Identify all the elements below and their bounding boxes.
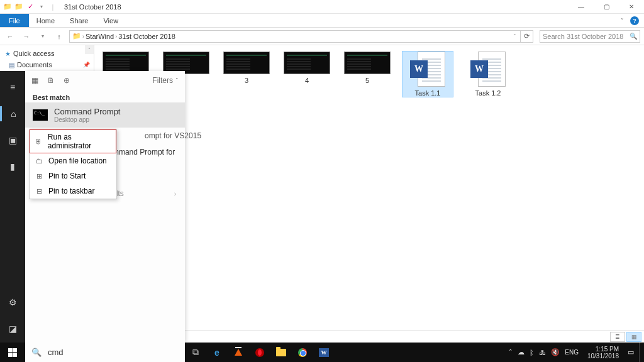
filters-label: Filters — [152, 76, 173, 85]
edge-icon[interactable]: e — [206, 343, 228, 362]
recent-locations[interactable]: ▾ — [36, 33, 49, 39]
chevron-right-icon: › — [115, 33, 117, 40]
document-icon: ▤ — [9, 62, 14, 69]
forward-button[interactable]: → — [20, 33, 33, 40]
bluetooth-icon[interactable]: ᛒ — [530, 349, 534, 356]
filters-dropdown[interactable]: Filters ˅ — [152, 76, 179, 85]
search-filter-bar: ▦ 🗎 ⊕ Filters ˅ — [25, 71, 185, 90]
apps-icon[interactable]: ▣ — [0, 133, 25, 148]
folder-icon: 📁 — [72, 32, 81, 40]
view-details-button[interactable]: ≣ — [610, 332, 625, 342]
start-search-panel: ▦ 🗎 ⊕ Filters ˅ Best match C:\_ Command … — [25, 71, 185, 343]
nav-label: Quick access — [13, 50, 54, 57]
volume-icon[interactable]: 🔇 — [551, 348, 560, 356]
breadcrumb[interactable]: 📁 › StarWind › 31st October 2018 ˅ — [69, 30, 521, 43]
onedrive-icon[interactable]: ☁ — [518, 348, 525, 356]
nav-label: Documents — [17, 61, 52, 69]
pin-icon: 📌 — [83, 62, 90, 68]
apps-filter-icon[interactable]: ▦ — [31, 76, 38, 85]
network-icon[interactable]: 🖧 — [539, 349, 546, 356]
file-item[interactable]: 4 — [282, 52, 332, 84]
file-label: 4 — [305, 77, 309, 84]
opera-icon[interactable] — [249, 343, 270, 362]
quick-access-toolbar: 📁 📁 ✓ ▾ | — [0, 2, 60, 12]
file-label: Task 1.2 — [475, 89, 501, 97]
context-menu-item[interactable]: ⊞Pin to Start — [30, 168, 116, 184]
system-tray: ˄ ☁ ᛒ 🖧 🔇 ENG 1:15 PM 10/31/2018 ▭ — [508, 343, 644, 362]
tab-home[interactable]: Home — [29, 14, 62, 27]
result-title: Command Prompt — [54, 107, 120, 116]
breadcrumb-item[interactable]: 31st October 2018 — [118, 33, 175, 40]
help-icon[interactable]: ? — [630, 16, 639, 25]
context-menu: ⛨Run as administrator🗀Open file location… — [29, 129, 117, 199]
star-icon: ★ — [5, 50, 11, 57]
file-label: Task 1.1 — [415, 89, 441, 97]
hamburger-icon[interactable]: ≡ — [0, 80, 25, 95]
context-menu-item[interactable]: ⛨Run as administrator — [30, 129, 116, 153]
file-item[interactable]: WTask 1.1 — [402, 52, 453, 97]
up-button[interactable]: ↑ — [53, 33, 65, 40]
chevron-down-icon: ˅ — [175, 77, 179, 84]
clock[interactable]: 1:15 PM 10/31/2018 — [584, 346, 623, 359]
word-icon[interactable]: W — [313, 343, 335, 362]
feedback-icon[interactable]: ◪ — [0, 321, 25, 336]
action-center-icon[interactable]: ▭ — [628, 348, 634, 356]
refresh-button[interactable]: ⟳ — [521, 30, 533, 43]
context-menu-label: Pin to taskbar — [48, 187, 94, 195]
search-icon: 🔍 — [31, 348, 42, 357]
nav-documents[interactable]: ▤ Documents 📌 — [0, 59, 94, 70]
language-indicator[interactable]: ENG — [565, 349, 579, 356]
settings-icon[interactable]: ⚙ — [0, 295, 25, 310]
context-menu-label: Open file location — [48, 156, 107, 165]
navigation-bar: ← → ▾ ↑ 📁 › StarWind › 31st October 2018… — [0, 28, 644, 45]
result-subtitle: Desktop app — [54, 116, 120, 123]
folder-icon: 📁 — [3, 2, 13, 12]
search-result-command-prompt[interactable]: C:\_ Command Prompt Desktop app — [25, 102, 185, 128]
tab-file[interactable]: File — [0, 14, 29, 27]
start-button[interactable] — [0, 343, 25, 362]
view-large-icons-button[interactable]: ▦ — [626, 332, 641, 342]
maximize-button[interactable]: ▢ — [594, 0, 619, 14]
back-button[interactable]: ← — [4, 33, 16, 40]
screenshot-thumbnail — [223, 52, 270, 74]
chevron-down-icon[interactable]: ˅ — [513, 33, 518, 40]
qat-button[interactable]: ✓ — [25, 2, 35, 12]
file-explorer-icon[interactable] — [270, 343, 292, 362]
tab-share[interactable]: Share — [62, 14, 96, 27]
vlc-icon[interactable] — [228, 343, 249, 362]
file-item[interactable]: 3 — [221, 52, 272, 84]
tab-view[interactable]: View — [96, 14, 126, 27]
tray-overflow-icon[interactable]: ˄ — [509, 348, 513, 356]
context-menu-item[interactable]: ⊟Pin to taskbar — [30, 184, 116, 199]
file-item[interactable]: 5 — [342, 52, 392, 84]
context-menu-item[interactable]: 🗀Open file location — [30, 153, 116, 168]
task-view-button[interactable]: ⧉ — [185, 343, 206, 362]
qat-overflow[interactable]: ▾ — [36, 2, 47, 12]
taskbar-search-input[interactable]: 🔍 cmd — [25, 343, 185, 362]
home-icon[interactable]: ⌂ — [0, 106, 25, 121]
close-button[interactable]: ✕ — [619, 0, 644, 14]
screenshot-thumbnail — [344, 52, 391, 74]
ribbon-collapse-icon[interactable]: ˅ — [621, 18, 624, 24]
context-menu-icon: ⊞ — [35, 172, 43, 180]
chrome-icon[interactable] — [292, 343, 313, 362]
best-match-header: Best match — [25, 90, 185, 102]
devices-icon[interactable]: ▮ — [0, 159, 25, 174]
file-label: 3 — [245, 77, 248, 84]
web-filter-icon[interactable]: ⊕ — [64, 76, 70, 85]
show-desktop-button[interactable] — [639, 343, 643, 362]
command-prompt-icon: C:\_ — [33, 109, 48, 121]
nav-quick-access[interactable]: ★ Quick access — [0, 48, 94, 59]
word-document-icon: W — [410, 52, 445, 87]
file-item[interactable]: WTask 1.2 — [463, 52, 513, 97]
breadcrumb-item[interactable]: StarWind — [86, 33, 114, 40]
clock-time: 1:15 PM — [596, 346, 619, 353]
search-placeholder: Search 31st October 2018 — [543, 33, 623, 40]
search-input[interactable]: Search 31st October 2018 🔍 — [540, 30, 640, 43]
scroll-up-icon[interactable]: ˄ — [85, 45, 94, 54]
minimize-button[interactable]: — — [569, 0, 594, 14]
documents-filter-icon[interactable]: 🗎 — [47, 76, 55, 85]
folder-icon: 📁 — [14, 2, 24, 12]
context-menu-icon: ⊟ — [35, 187, 43, 195]
window-title: 31st October 2018 — [64, 3, 121, 11]
